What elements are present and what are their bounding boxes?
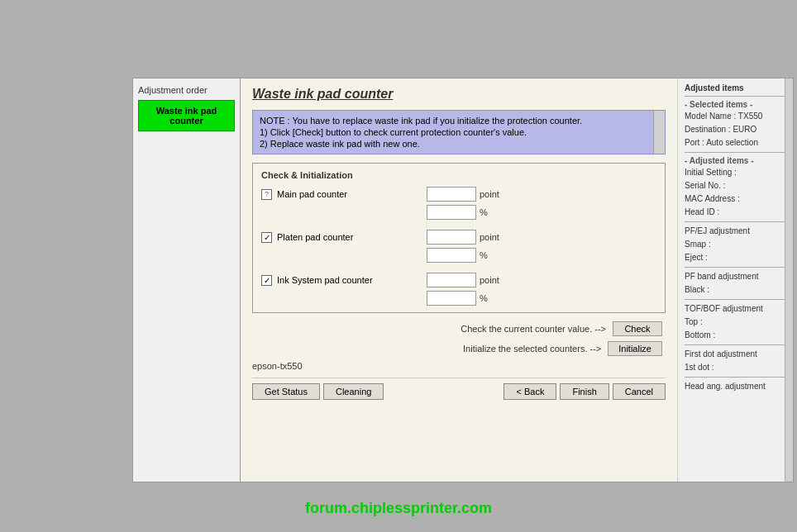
port: Port : Auto selection [685,137,786,149]
main-pad-percent-row: % [427,205,656,220]
destination: Destination : EURO [685,124,786,135]
first-dot-value: 1st dot : [685,362,786,373]
main-pad-text: Main pad counter [277,189,347,199]
model-name-label: Model Name : [685,112,736,121]
main-pad-counter-group: Main pad counter point % [261,187,656,220]
pf-ej-label: PF/EJ adjustment [685,226,786,237]
check-initialization-section: Check & Initialization Main pad counter … [252,163,666,313]
watermark: forum.chiplessprinter.com [305,500,492,517]
check-button[interactable]: Check [613,321,662,336]
destination-label: Destination : [685,125,731,134]
note-line-1: NOTE : You have to replace waste ink pad… [260,116,648,126]
sidebar-item-waste-ink[interactable]: Waste ink pad counter [138,100,235,131]
platen-pad-percent-row: % [427,248,656,263]
main-pad-checkbox[interactable] [261,189,272,200]
main-pad-counter-row: Main pad counter point [261,187,656,202]
ink-system-pad-text: Ink System pad counter [277,275,373,285]
main-pad-point-input[interactable] [427,187,476,202]
platen-pad-checkbox[interactable] [261,232,272,243]
head-ang-label: Head ang. adjustment [685,381,786,392]
platen-pad-point-unit: point [480,232,499,242]
initialize-action-row: Initialize the selected counters. --> In… [252,341,666,356]
ink-system-pad-point-unit: point [480,275,499,285]
note-scrollbar[interactable] [653,111,665,154]
smap-label: Smap : [685,239,786,250]
adjustment-order-title: Adjustment order [138,85,235,95]
top-label: Top : [685,316,786,328]
check-action-label: Check the current counter value. --> [461,324,606,334]
bottom-bar: Get Status Cleaning < Back Finish Cancel [252,378,666,400]
model-name: Model Name : TX550 [685,111,786,122]
divider-1 [685,96,786,97]
note-box: NOTE : You have to replace waste ink pad… [252,110,666,154]
platen-pad-text: Platen pad counter [277,232,353,242]
divider-7 [685,377,786,378]
first-dot-label: First dot adjustment [685,349,786,360]
main-pad-point-unit: point [480,189,499,199]
main-pad-percent-unit: % [480,207,488,217]
main-window: Adjustment order Waste ink pad counter W… [132,78,794,482]
serial-no: Serial No. : [685,180,786,192]
black-label: Black : [685,284,786,296]
platen-pad-percent-input[interactable] [427,248,476,263]
mac-address: MAC Address : [685,193,786,205]
eject-label: Eject : [685,252,786,264]
right-panel: Adjusted items - Selected items - Model … [677,78,793,482]
platen-pad-point-input[interactable] [427,230,476,245]
ink-system-pad-checkbox[interactable] [261,275,272,286]
right-panel-scrollbar[interactable] [785,78,793,482]
ink-system-pad-label: Ink System pad counter [261,275,427,286]
bottom-label: Bottom : [685,330,786,341]
note-line-3: 2) Replace waste ink pad with new one. [260,139,648,149]
ink-system-pad-counter-group: Ink System pad counter point % [261,273,656,306]
main-pad-percent-input[interactable] [427,205,476,220]
tof-bof-label: TOF/BOF adjustment [685,303,786,315]
back-button[interactable]: < Back [503,383,556,400]
cleaning-button[interactable]: Cleaning [323,383,384,400]
divider-4 [685,267,786,268]
page-title: Waste ink pad counter [252,87,666,102]
destination-value: EURO [733,125,756,134]
get-status-button[interactable]: Get Status [252,383,320,400]
epson-label: epson-tx550 [252,361,666,371]
head-id: Head ID : [685,207,786,218]
initialize-action-label: Initialize the selected counters. --> [463,344,601,354]
divider-5 [685,299,786,300]
pf-band-label: PF band adjustment [685,271,786,283]
port-label: Port : [685,138,704,147]
ink-system-pad-counter-row: Ink System pad counter point [261,273,656,287]
platen-pad-percent-unit: % [480,250,488,260]
bottom-left-buttons: Get Status Cleaning [252,383,384,400]
initialize-button[interactable]: Initialize [608,341,662,356]
ink-system-pad-percent-row: % [427,291,656,306]
platen-pad-counter-row: Platen pad counter point [261,230,656,245]
initial-setting: Initial Setting : [685,167,786,178]
port-value: Auto selection [706,138,758,147]
main-pad-label: Main pad counter [261,189,427,200]
ink-system-pad-percent-unit: % [480,293,488,303]
divider-2 [685,152,786,153]
model-name-value: TX550 [738,112,762,121]
ink-system-pad-percent-input[interactable] [427,291,476,306]
left-panel: Adjustment order Waste ink pad counter [133,78,241,482]
ink-system-pad-point-input[interactable] [427,273,476,287]
check-action-row: Check the current counter value. --> Che… [252,321,666,336]
bottom-center-buttons: < Back Finish Cancel [503,383,666,400]
note-line-2: 1) Click [Check] button to check current… [260,127,648,137]
divider-6 [685,344,786,345]
divider-3 [685,221,786,222]
adjusted-items-title: Adjusted items [685,83,786,93]
platen-pad-counter-group: Platen pad counter point % [261,230,656,263]
selected-items-label: - Selected items - [685,100,786,109]
finish-button[interactable]: Finish [560,383,608,400]
cancel-button[interactable]: Cancel [613,383,666,400]
center-panel: Waste ink pad counter NOTE : You have to… [241,78,677,482]
platen-pad-label: Platen pad counter [261,232,427,243]
adjusted-items-section-label: - Adjusted items - [685,156,786,165]
section-title: Check & Initialization [261,170,656,180]
